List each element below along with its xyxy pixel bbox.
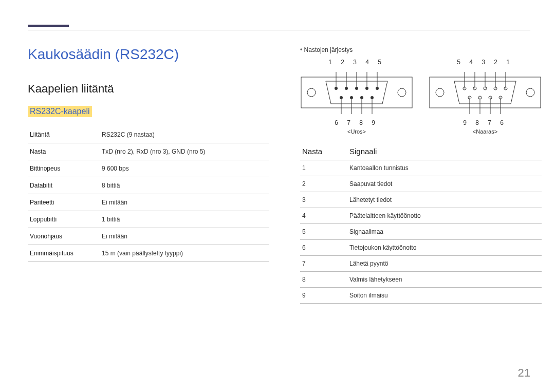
table-row: LiitäntäRS232C (9 nastaa) xyxy=(28,126,269,143)
pin-number: 2 xyxy=(300,176,347,192)
pin-signal: Valmis lähetykseen xyxy=(347,272,542,288)
spec-key: Liitäntä xyxy=(28,126,100,143)
male-top-numbers: 1 2 3 4 5 xyxy=(300,59,413,66)
spec-value: TxD (nro 2), RxD (nro 3), GND (nro 5) xyxy=(100,143,269,160)
pin-signal: Lähetetyt tiedot xyxy=(347,192,542,208)
svg-point-1 xyxy=(307,88,316,97)
table-row: 6Tietojoukon käyttöönotto xyxy=(300,240,542,256)
svg-point-2 xyxy=(398,88,406,97)
spec-key: Bittinopeus xyxy=(28,160,100,177)
spec-key: Loppubitti xyxy=(28,211,100,228)
cable-highlight: RS232C-kaapeli xyxy=(28,106,92,117)
pin-number: 8 xyxy=(300,272,347,288)
spec-value: 1 bittiä xyxy=(100,211,269,228)
pin-table: Nasta Signaali 1Kantoaallon tunnistus2Sa… xyxy=(300,144,542,304)
spec-value: Ei mitään xyxy=(100,228,269,245)
spec-value: 8 bittiä xyxy=(100,177,269,194)
table-row: 2Saapuvat tiedot xyxy=(300,176,542,192)
spec-key: Databitit xyxy=(28,177,100,194)
pin-header-signal: Signaali xyxy=(347,144,542,160)
pin-signal: Lähetä pyyntö xyxy=(347,256,542,272)
pin-number: 4 xyxy=(300,208,347,224)
pin-header-nasta: Nasta xyxy=(300,144,347,160)
table-row: 3Lähetetyt tiedot xyxy=(300,192,542,208)
pin-signal: Saapuvat tiedot xyxy=(347,176,542,192)
male-caption: <Uros> xyxy=(300,128,413,135)
female-bottom-numbers: 9 8 7 6 xyxy=(429,119,542,126)
female-caption: <Naaras> xyxy=(429,128,542,135)
table-row: Databitit8 bittiä xyxy=(28,177,269,194)
table-row: 4Päätelaitteen käyttöönotto xyxy=(300,208,542,224)
pin-number: 6 xyxy=(300,240,347,256)
spec-table: LiitäntäRS232C (9 nastaa)NastaTxD (nro 2… xyxy=(28,126,269,262)
table-row: Loppubitti1 bittiä xyxy=(28,211,269,228)
pin-number: 9 xyxy=(300,288,347,304)
table-row: 1Kantoaallon tunnistus xyxy=(300,160,542,176)
spec-key: Nasta xyxy=(28,143,100,160)
table-row: 5Signaalimaa xyxy=(300,224,542,240)
spec-value: 9 600 bps xyxy=(100,160,269,177)
table-row: PariteettiEi mitään xyxy=(28,194,269,211)
table-row: 8Valmis lähetykseen xyxy=(300,272,542,288)
pin-signal: Signaalimaa xyxy=(347,224,542,240)
connectors-figure: 1 2 3 4 5 6 7 8 9 <Uros> xyxy=(300,59,542,135)
svg-point-23 xyxy=(526,88,534,97)
female-top-numbers: 5 4 3 2 1 xyxy=(429,59,542,66)
spec-key: Vuonohjaus xyxy=(28,228,100,245)
section-title: Kaapelien liitäntä xyxy=(28,82,269,96)
page-top-rule xyxy=(28,30,530,30)
table-row: 9Soiton ilmaisu xyxy=(300,288,542,304)
page-title: Kaukosäädin (RS232C) xyxy=(28,46,269,63)
page-number: 21 xyxy=(518,366,530,380)
spec-key: Enimmäispituus xyxy=(28,245,100,262)
pin-number: 1 xyxy=(300,160,347,176)
accent-bar xyxy=(28,25,69,27)
connector-female: 5 4 3 2 1 9 8 7 6 <Naaras> xyxy=(429,59,542,135)
connector-male: 1 2 3 4 5 6 7 8 9 <Uros> xyxy=(300,59,413,135)
spec-value: RS232C (9 nastaa) xyxy=(100,126,269,143)
male-bottom-numbers: 6 7 8 9 xyxy=(300,119,413,126)
spec-key: Pariteetti xyxy=(28,194,100,211)
table-row: NastaTxD (nro 2), RxD (nro 3), GND (nro … xyxy=(28,143,269,160)
right-column: Nastojen järjestys 1 2 3 4 5 xyxy=(300,46,542,304)
svg-point-22 xyxy=(436,88,444,97)
table-row: Bittinopeus9 600 bps xyxy=(28,160,269,177)
left-column: Kaukosäädin (RS232C) Kaapelien liitäntä … xyxy=(28,46,269,304)
pin-order-label: Nastojen järjestys xyxy=(300,46,542,53)
table-row: VuonohjausEi mitään xyxy=(28,228,269,245)
pin-number: 3 xyxy=(300,192,347,208)
dsub-male-icon xyxy=(300,67,413,118)
pin-number: 7 xyxy=(300,256,347,272)
spec-value: Ei mitään xyxy=(100,194,269,211)
pin-signal: Tietojoukon käyttöönotto xyxy=(347,240,542,256)
pin-signal: Päätelaitteen käyttöönotto xyxy=(347,208,542,224)
pin-signal: Soiton ilmaisu xyxy=(347,288,542,304)
table-row: Enimmäispituus15 m (vain päällystetty ty… xyxy=(28,245,269,262)
pin-number: 5 xyxy=(300,224,347,240)
table-row: 7Lähetä pyyntö xyxy=(300,256,542,272)
pin-signal: Kantoaallon tunnistus xyxy=(347,160,542,176)
spec-value: 15 m (vain päällystetty tyyppi) xyxy=(100,245,269,262)
dsub-female-icon xyxy=(429,67,542,118)
